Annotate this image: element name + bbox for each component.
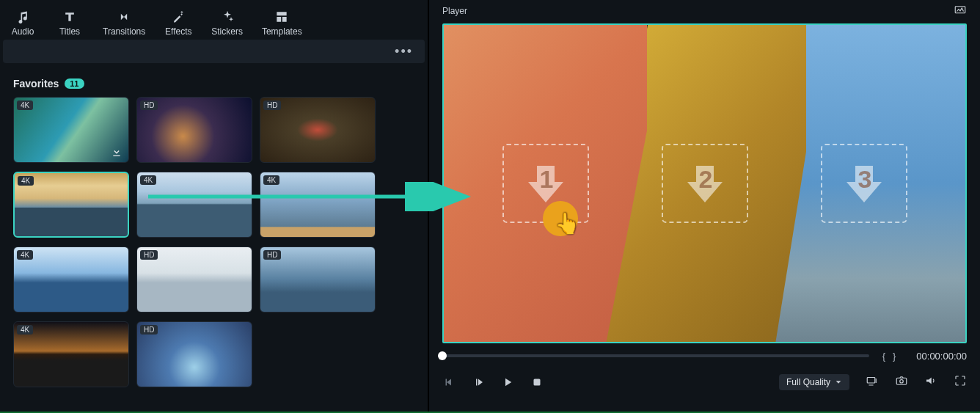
volume-icon[interactable] bbox=[924, 374, 937, 390]
svg-rect-1 bbox=[534, 379, 541, 386]
quality-badge: 4K bbox=[17, 100, 33, 110]
media-thumbnail[interactable]: HD bbox=[136, 97, 252, 163]
playback-quality-dropdown[interactable]: Full Quality bbox=[779, 374, 849, 390]
prev-frame-button[interactable] bbox=[442, 376, 456, 389]
text-t-icon bbox=[62, 9, 78, 25]
quality-badge: HD bbox=[263, 250, 281, 260]
quality-badge: HD bbox=[140, 250, 158, 260]
tab-templates[interactable]: Templates bbox=[257, 7, 307, 38]
tab-label: Titles bbox=[59, 26, 80, 37]
tab-stickers[interactable]: Stickers bbox=[207, 7, 247, 38]
render-preview-icon[interactable] bbox=[866, 374, 879, 390]
media-thumbnail[interactable]: HD bbox=[260, 246, 376, 313]
quality-badge: HD bbox=[263, 100, 281, 110]
section-title: Favorites bbox=[13, 78, 59, 89]
quality-badge: 4K bbox=[17, 250, 33, 260]
library-subbar: ••• bbox=[3, 40, 425, 63]
media-thumbnail[interactable]: HD bbox=[136, 246, 252, 313]
quality-badge: 4K bbox=[140, 175, 156, 185]
tab-label: Transitions bbox=[103, 26, 145, 37]
top-tabs: Audio Titles Transitions Effects bbox=[0, 0, 428, 40]
transition-swap-icon bbox=[116, 9, 132, 25]
media-thumbnail[interactable]: HD bbox=[136, 321, 252, 387]
fullscreen-icon[interactable] bbox=[954, 374, 967, 390]
slot-number: 3 bbox=[858, 165, 871, 193]
media-grid: 4KHDHD4K4K4K4KHDHD4KHD bbox=[13, 97, 414, 387]
magic-wand-icon bbox=[170, 9, 186, 25]
media-thumbnail[interactable]: 4K bbox=[13, 97, 129, 163]
download-icon[interactable] bbox=[111, 146, 122, 158]
svg-point-4 bbox=[900, 380, 904, 384]
media-thumbnail[interactable]: 4K bbox=[13, 321, 129, 387]
playhead[interactable] bbox=[438, 351, 447, 360]
quality-badge: HD bbox=[140, 325, 158, 335]
tab-label: Templates bbox=[262, 26, 302, 37]
tab-label: Audio bbox=[12, 26, 34, 37]
slot-number: 1 bbox=[539, 165, 553, 193]
media-thumbnail[interactable]: 4K bbox=[136, 172, 252, 238]
player-controls: Full Quality bbox=[442, 370, 967, 395]
layout-grid-icon bbox=[274, 9, 290, 25]
music-note-icon bbox=[15, 9, 31, 25]
tab-effects[interactable]: Effects bbox=[160, 7, 197, 38]
stop-button[interactable] bbox=[530, 376, 544, 389]
section-header: Favorites 11 bbox=[13, 78, 414, 89]
media-thumbnail[interactable]: 4K bbox=[13, 246, 129, 313]
media-thumbnail[interactable]: 4K bbox=[260, 172, 376, 238]
media-thumbnail[interactable]: 4K bbox=[13, 172, 129, 238]
tab-titles[interactable]: Titles bbox=[51, 7, 88, 38]
more-options-icon[interactable]: ••• bbox=[395, 44, 413, 59]
svg-rect-0 bbox=[955, 6, 965, 12]
tab-audio[interactable]: Audio bbox=[4, 7, 41, 38]
svg-rect-3 bbox=[896, 378, 907, 384]
display-settings-icon[interactable] bbox=[954, 4, 967, 19]
quality-badge: 4K bbox=[17, 325, 33, 335]
player-preview[interactable]: 1 👆 2 bbox=[442, 23, 967, 343]
favorites-count-badge: 11 bbox=[65, 78, 84, 89]
slot-number: 2 bbox=[698, 165, 712, 193]
chevron-down-icon bbox=[835, 379, 842, 386]
timecode: 00:00:00:00 bbox=[916, 351, 967, 362]
step-back-button[interactable] bbox=[472, 376, 485, 389]
quality-badge: 4K bbox=[263, 175, 279, 185]
snapshot-icon[interactable] bbox=[895, 374, 908, 390]
quality-badge: HD bbox=[140, 100, 158, 110]
svg-rect-2 bbox=[867, 378, 875, 384]
drop-target[interactable]: 2 bbox=[662, 144, 748, 223]
tab-transitions[interactable]: Transitions bbox=[98, 7, 150, 38]
timeline-track[interactable] bbox=[442, 354, 869, 357]
timeline: {} 00:00:00:00 bbox=[442, 349, 967, 362]
sparkle-icon bbox=[219, 9, 235, 25]
in-out-markers[interactable]: {} bbox=[882, 351, 904, 362]
play-button[interactable] bbox=[501, 376, 514, 389]
drop-target[interactable]: 3 bbox=[821, 144, 907, 223]
tab-label: Stickers bbox=[211, 26, 243, 37]
tab-label: Effects bbox=[165, 26, 191, 37]
quality-label: Full Quality bbox=[786, 377, 830, 387]
quality-badge: 4K bbox=[18, 176, 34, 186]
media-thumbnail[interactable]: HD bbox=[260, 97, 376, 163]
player-title: Player bbox=[442, 6, 467, 16]
